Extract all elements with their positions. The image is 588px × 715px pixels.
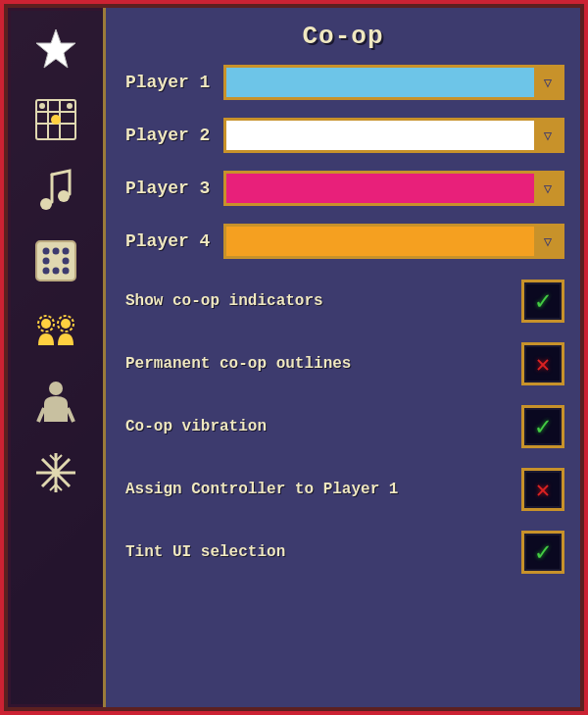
svg-point-16 xyxy=(62,258,69,265)
player-3-label: Player 3 xyxy=(125,179,223,198)
page-title: Co-op xyxy=(116,22,570,51)
player-3-row: Player 3 xyxy=(125,171,564,206)
player-1-arrow xyxy=(534,68,562,97)
sidebar-item-dice[interactable] xyxy=(24,230,87,292)
player-4-dropdown[interactable] xyxy=(223,224,564,259)
sidebar-item-grid-fx[interactable] xyxy=(24,88,87,151)
svg-point-12 xyxy=(42,248,49,255)
toggle-vibration-label: Co-op vibration xyxy=(125,417,521,437)
svg-point-9 xyxy=(40,198,52,210)
svg-point-21 xyxy=(61,319,71,329)
title-bar: Co-op xyxy=(106,8,580,61)
toggle-assign-controller: Assign Controller to Player 1 xyxy=(125,465,564,514)
toggle-tint-ui-checkbox[interactable] xyxy=(521,531,564,574)
svg-point-6 xyxy=(51,115,61,125)
content-area: Co-op Player 1 Player 2 xyxy=(106,8,580,707)
svg-rect-11 xyxy=(36,241,75,281)
svg-point-15 xyxy=(42,258,49,265)
toggle-assign-controller-label: Assign Controller to Player 1 xyxy=(125,480,521,500)
svg-point-13 xyxy=(52,248,59,255)
svg-point-18 xyxy=(52,268,59,275)
svg-point-17 xyxy=(42,268,49,275)
svg-point-7 xyxy=(39,103,45,109)
player-4-row: Player 4 xyxy=(125,224,564,259)
player-2-dropdown[interactable] xyxy=(223,118,564,153)
main-container: Co-op Player 1 Player 2 xyxy=(8,8,580,707)
toggle-show-coop-label: Show co-op indicators xyxy=(125,291,521,312)
player-4-color xyxy=(226,227,534,256)
toggle-permanent-outlines: Permanent co-op outlines xyxy=(125,339,564,388)
player-2-label: Player 2 xyxy=(125,126,223,145)
sidebar xyxy=(8,8,106,707)
player-3-dropdown[interactable] xyxy=(223,171,564,206)
svg-point-24 xyxy=(49,382,63,395)
player-1-row: Player 1 xyxy=(125,65,564,100)
sidebar-item-music[interactable] xyxy=(24,159,87,222)
outer-border: Co-op Player 1 Player 2 xyxy=(0,0,588,715)
player-4-label: Player 4 xyxy=(125,231,223,251)
scroll-area[interactable]: Player 1 Player 2 Player 3 xyxy=(106,61,580,707)
toggle-permanent-outlines-label: Permanent co-op outlines xyxy=(125,354,521,375)
player-1-dropdown[interactable] xyxy=(223,65,564,100)
toggle-vibration: Co-op vibration xyxy=(125,402,564,451)
sidebar-item-character[interactable] xyxy=(24,371,87,434)
svg-marker-0 xyxy=(36,29,75,68)
svg-point-19 xyxy=(62,268,69,275)
toggle-vibration-checkbox[interactable] xyxy=(521,405,564,448)
toggle-permanent-outlines-checkbox[interactable] xyxy=(521,342,564,385)
player-2-row: Player 2 xyxy=(125,118,564,153)
toggle-assign-controller-checkbox[interactable] xyxy=(521,468,564,511)
svg-point-20 xyxy=(41,319,51,329)
sidebar-item-star[interactable] xyxy=(24,18,87,80)
player-1-label: Player 1 xyxy=(125,73,223,92)
player-1-color xyxy=(226,68,534,97)
svg-point-29 xyxy=(52,469,60,477)
player-2-color xyxy=(226,121,534,150)
toggle-show-coop-checkbox[interactable] xyxy=(521,280,564,323)
player-2-arrow xyxy=(534,121,562,150)
svg-point-14 xyxy=(62,248,69,255)
toggle-tint-ui: Tint UI selection xyxy=(125,528,564,577)
svg-point-8 xyxy=(67,103,73,109)
sidebar-item-snowflake[interactable] xyxy=(24,441,87,504)
toggle-show-coop-indicators: Show co-op indicators xyxy=(125,277,564,326)
player-3-color xyxy=(226,174,534,203)
sidebar-item-multiplayer[interactable] xyxy=(24,300,87,363)
player-3-arrow xyxy=(534,174,562,203)
toggle-tint-ui-label: Tint UI selection xyxy=(125,542,521,563)
svg-point-10 xyxy=(58,190,70,202)
player-4-arrow xyxy=(534,227,562,256)
